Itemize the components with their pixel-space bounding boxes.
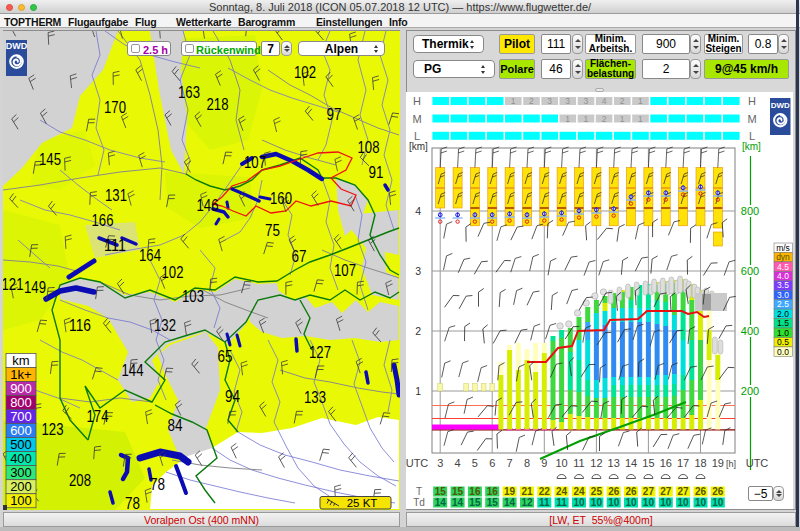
svg-text:10: 10	[555, 457, 567, 469]
svg-text:27: 27	[660, 486, 672, 497]
svg-text:107: 107	[334, 261, 356, 279]
svg-text:67: 67	[292, 247, 307, 265]
svg-text:14: 14	[504, 497, 516, 508]
svg-text:218: 218	[207, 95, 229, 113]
svg-text:400: 400	[10, 451, 32, 466]
svg-text:10: 10	[660, 497, 672, 508]
svg-text:[h]: [h]	[726, 459, 736, 469]
svg-text:24: 24	[556, 486, 568, 497]
svg-text:H: H	[413, 95, 421, 107]
svg-text:H: H	[748, 95, 756, 107]
svg-text:26: 26	[625, 486, 637, 497]
svg-text:163: 163	[178, 83, 200, 101]
svg-text:[km]: [km]	[409, 141, 428, 152]
svg-text:107: 107	[244, 153, 266, 171]
svg-text:27: 27	[678, 486, 690, 497]
svg-text:200: 200	[10, 479, 32, 494]
svg-text:15: 15	[435, 486, 447, 497]
svg-text:UTC: UTC	[746, 457, 769, 469]
svg-text:170: 170	[104, 98, 126, 116]
svg-text:84: 84	[168, 416, 183, 434]
svg-text:11: 11	[539, 497, 550, 508]
svg-text:10: 10	[608, 497, 620, 508]
svg-text:km: km	[12, 353, 29, 368]
svg-text:166: 166	[92, 211, 114, 229]
svg-text:16: 16	[660, 457, 672, 469]
svg-text:500: 500	[10, 437, 32, 452]
svg-text:25 KT: 25 KT	[347, 497, 378, 509]
svg-text:10: 10	[591, 497, 603, 508]
svg-text:3: 3	[547, 96, 552, 106]
svg-text:2: 2	[620, 96, 625, 106]
svg-text:91: 91	[369, 163, 384, 181]
svg-text:1: 1	[565, 114, 570, 124]
svg-text:UTC: UTC	[406, 457, 428, 469]
svg-text:1k+: 1k+	[10, 367, 31, 382]
svg-text:1: 1	[638, 114, 643, 124]
svg-text:19: 19	[504, 486, 516, 497]
svg-text:111: 111	[104, 236, 126, 254]
svg-text:116: 116	[69, 316, 91, 334]
svg-text:10: 10	[678, 497, 690, 508]
svg-text:1: 1	[511, 96, 516, 106]
svg-text:123: 123	[42, 420, 64, 438]
svg-text:121: 121	[3, 275, 24, 293]
svg-text:78: 78	[125, 494, 140, 510]
svg-text:16: 16	[469, 486, 481, 497]
svg-text:Td: Td	[413, 497, 425, 508]
svg-text:800: 800	[741, 205, 759, 217]
svg-text:14: 14	[625, 457, 637, 469]
svg-text:4: 4	[602, 96, 607, 106]
svg-text:15: 15	[487, 497, 499, 508]
svg-text:164: 164	[139, 246, 161, 264]
svg-text:208: 208	[69, 471, 91, 489]
svg-text:27: 27	[643, 486, 655, 497]
svg-text:17: 17	[677, 457, 689, 469]
svg-text:102: 102	[162, 263, 184, 281]
svg-text:94: 94	[225, 387, 240, 405]
svg-text:0.5: 0.5	[777, 337, 789, 347]
svg-text:133: 133	[304, 388, 326, 406]
svg-text:2.5: 2.5	[777, 299, 789, 309]
svg-text:149: 149	[24, 278, 46, 296]
svg-text:3: 3	[437, 457, 443, 469]
svg-text:T: T	[416, 486, 422, 497]
svg-text:75: 75	[265, 221, 280, 239]
svg-text:1: 1	[620, 114, 625, 124]
svg-text:19: 19	[712, 457, 724, 469]
svg-text:[km]: [km]	[742, 141, 761, 152]
svg-text:132: 132	[154, 316, 176, 334]
svg-text:15: 15	[452, 486, 464, 497]
svg-text:127: 127	[309, 343, 331, 361]
svg-text:1.5: 1.5	[777, 318, 789, 328]
svg-text:800: 800	[10, 395, 32, 410]
svg-text:21: 21	[521, 486, 533, 497]
svg-text:2: 2	[415, 325, 421, 337]
svg-text:3: 3	[565, 96, 570, 106]
svg-text:10: 10	[712, 497, 724, 508]
svg-text:4: 4	[415, 205, 421, 217]
svg-text:10: 10	[695, 497, 707, 508]
svg-text:9: 9	[541, 457, 547, 469]
svg-text:8: 8	[524, 457, 530, 469]
svg-text:26: 26	[608, 486, 620, 497]
svg-text:26: 26	[695, 486, 707, 497]
svg-text:11: 11	[573, 457, 584, 469]
svg-text:m/s: m/s	[776, 243, 790, 253]
svg-text:DWD: DWD	[771, 101, 790, 110]
svg-text:1: 1	[584, 114, 589, 124]
svg-text:18: 18	[694, 457, 706, 469]
svg-text:3.5: 3.5	[777, 280, 789, 290]
svg-text:12: 12	[590, 457, 602, 469]
svg-text:146: 146	[197, 196, 219, 214]
svg-text:24: 24	[573, 486, 585, 497]
svg-text:14: 14	[452, 497, 464, 508]
svg-text:2: 2	[602, 114, 607, 124]
svg-text:12: 12	[521, 497, 533, 508]
svg-text:200: 200	[741, 385, 759, 397]
svg-text:102: 102	[294, 63, 316, 81]
svg-text:13: 13	[608, 457, 620, 469]
svg-text:900: 900	[10, 381, 32, 396]
svg-text:160: 160	[270, 189, 292, 207]
svg-text:6: 6	[489, 457, 495, 469]
